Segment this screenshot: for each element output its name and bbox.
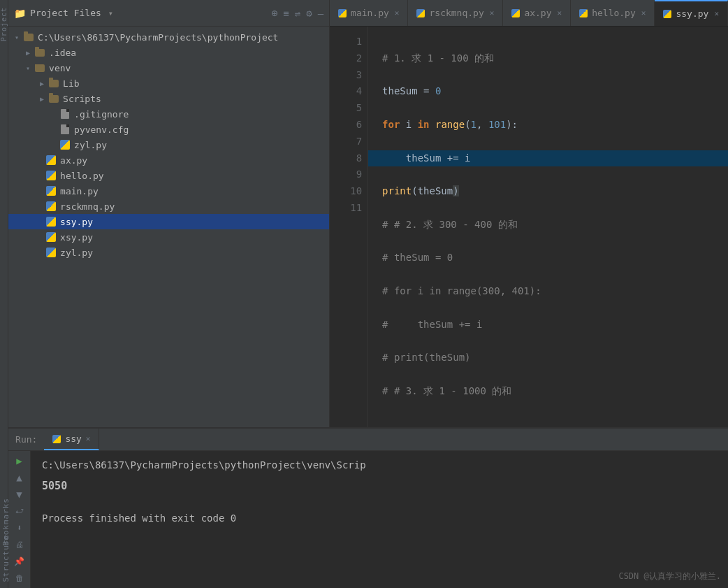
tree-item-rsckmnq[interactable]: rsckmnq.py bbox=[8, 199, 329, 214]
tab-rsckmnq[interactable]: rsckmnq.py ✕ bbox=[408, 0, 503, 26]
rsckmnq-py-icon bbox=[45, 201, 57, 212]
tab-main[interactable]: main.py ✕ bbox=[330, 0, 408, 26]
tab-ax[interactable]: ax.py ✕ bbox=[503, 0, 571, 26]
tree-item-idea[interactable]: ▶ .idea bbox=[8, 45, 329, 60]
ssy-tab-close[interactable]: ✕ bbox=[714, 9, 719, 18]
zyl-venv-py-icon bbox=[59, 139, 71, 150]
chevron-icon[interactable]: ▾ bbox=[108, 8, 113, 18]
scripts-arrow: ▶ bbox=[36, 95, 48, 103]
code-line-11: # # 3. 求 1 - 1000 的和 bbox=[382, 383, 728, 400]
line-num-6: ◆ 6 bbox=[330, 117, 362, 134]
line-num-11: 11 bbox=[330, 200, 362, 217]
run-tab-close[interactable]: ✕ bbox=[86, 434, 91, 443]
main-content: 📁 Project Files ▾ ⊕ ≡ ⇌ ⚙ — ▾ bbox=[8, 0, 728, 588]
ssy-tab-label: ssy.py bbox=[676, 8, 708, 19]
tree-item-gitignore[interactable]: .gitignore bbox=[8, 106, 329, 122]
ax-tab-close[interactable]: ✕ bbox=[558, 8, 562, 17]
code-editor[interactable]: # 1. 求 1 - 100 的和 theSum = 0 for i in ra… bbox=[368, 27, 728, 427]
tab-ssy[interactable]: ssy.py ✕ bbox=[655, 0, 728, 26]
idea-label: .idea bbox=[49, 48, 76, 58]
folder-icon: 📁 bbox=[14, 8, 26, 19]
code-line-5: print(theSum) bbox=[382, 183, 728, 200]
line-num-4: 4 bbox=[330, 83, 362, 100]
ax-tab-icon bbox=[511, 9, 520, 17]
venv-arrow: ▾ bbox=[22, 64, 34, 72]
rsckmnq-tab-close[interactable]: ✕ bbox=[490, 8, 495, 17]
run-print-button[interactable]: 🖨 bbox=[11, 538, 28, 552]
run-sidebar: ▶ ▲ ▼ ⮐ ⬇ 🖨 📌 🗑 bbox=[8, 451, 31, 588]
tree-item-scripts[interactable]: ▶ Scripts bbox=[8, 91, 329, 106]
output-spacer bbox=[42, 499, 717, 510]
project-label: Project bbox=[0, 7, 8, 41]
hello-tab-close[interactable]: ✕ bbox=[641, 8, 646, 17]
run-up-button[interactable]: ▲ bbox=[11, 471, 28, 485]
line-num-1: 1 bbox=[330, 34, 362, 50]
pyvenv-icon bbox=[59, 124, 71, 135]
output-path-text: C:\Users\86137\PycharmProjects\pythonPro… bbox=[42, 459, 366, 471]
tree-item-hello[interactable]: hello.py bbox=[8, 168, 329, 183]
code-line-9: # theSum += i bbox=[382, 317, 728, 334]
hello-tab-label: hello.py bbox=[592, 8, 636, 18]
root-folder-icon bbox=[22, 31, 35, 43]
run-ssy-tab-icon bbox=[52, 435, 61, 443]
line-num-7: 7 bbox=[330, 134, 362, 150]
run-clear-button[interactable]: 🗑 bbox=[11, 571, 28, 585]
panel-actions: ⊕ ≡ ⇌ ⚙ — bbox=[271, 7, 323, 20]
run-download-button[interactable]: ⬇ bbox=[11, 521, 28, 535]
list-icon[interactable]: ≡ bbox=[283, 8, 289, 19]
file-tree: ▾ C:\Users\86137\PycharmProjects\pythonP… bbox=[8, 27, 329, 427]
collapse-icon[interactable]: — bbox=[318, 8, 323, 19]
tree-item-ssy[interactable]: ssy.py bbox=[8, 214, 329, 229]
venv-label: venv bbox=[49, 63, 71, 73]
tree-item-pyvenv[interactable]: pyvenv.cfg bbox=[8, 122, 329, 137]
run-play-button[interactable]: ▶ bbox=[11, 454, 28, 468]
sort-icon[interactable]: ⇌ bbox=[295, 8, 300, 19]
rsckmnq-tab-label: rsckmnq.py bbox=[429, 8, 483, 18]
tree-item-main[interactable]: main.py bbox=[8, 183, 329, 199]
run-tab-ssy[interactable]: ssy ✕ bbox=[44, 429, 99, 450]
output-result-text: 5050 bbox=[42, 480, 67, 492]
hello-py-icon bbox=[45, 170, 57, 181]
run-pin-button[interactable]: 📌 bbox=[11, 554, 28, 568]
hello-tab-icon bbox=[579, 9, 588, 17]
line-num-5: 5 bbox=[330, 100, 362, 117]
tab-hello[interactable]: hello.py ✕ bbox=[571, 0, 655, 26]
bottom-panel: Run: ssy ✕ ▶ ▲ ▼ ⮐ ⬇ 🖨 📌 🗑 bbox=[8, 427, 728, 588]
tree-item-xsy[interactable]: xsy.py bbox=[8, 229, 329, 245]
editor-area[interactable]: 1 2 3 4 5 ◆ 6 7 8 9 10 11 # 1. 求 1 - 100… bbox=[330, 27, 728, 427]
file-tree-panel: 📁 Project Files ▾ ⊕ ≡ ⇌ ⚙ — ▾ bbox=[8, 0, 330, 427]
run-tab-label: ssy bbox=[65, 433, 81, 444]
tree-root[interactable]: ▾ C:\Users\86137\PycharmProjects\pythonP… bbox=[8, 29, 329, 45]
hello-label: hello.py bbox=[60, 171, 104, 181]
ax-py-icon bbox=[45, 155, 57, 166]
main-tab-close[interactable]: ✕ bbox=[395, 8, 400, 17]
editor-panel: main.py ✕ rsckmnq.py ✕ ax.py ✕ hello.py … bbox=[330, 0, 728, 427]
run-output: C:\Users\86137\PycharmProjects\pythonPro… bbox=[31, 451, 728, 588]
zyl-venv-label: zyl.py bbox=[74, 140, 107, 150]
add-icon[interactable]: ⊕ bbox=[271, 7, 277, 20]
output-finish-text: Process finished with exit code 0 bbox=[42, 512, 236, 524]
zyl-py-icon bbox=[45, 247, 57, 258]
run-down-button[interactable]: ▼ bbox=[11, 487, 28, 501]
idea-arrow: ▶ bbox=[22, 49, 34, 57]
output-finish-line: Process finished with exit code 0 bbox=[42, 510, 717, 527]
tree-item-venv[interactable]: ▾ venv bbox=[8, 60, 329, 76]
settings-icon[interactable]: ⚙ bbox=[306, 8, 312, 19]
output-path-line: C:\Users\86137\PycharmProjects\pythonPro… bbox=[42, 457, 717, 474]
code-line-10: # print(theSum) bbox=[382, 350, 728, 366]
run-tabs: Run: ssy ✕ bbox=[8, 429, 728, 451]
root-path: C:\Users\86137\PycharmProjects\pythonPro… bbox=[38, 32, 278, 43]
tree-item-zyl[interactable]: zyl.py bbox=[8, 245, 329, 260]
tree-item-lib[interactable]: ▶ Lib bbox=[8, 76, 329, 91]
editor-tabs: main.py ✕ rsckmnq.py ✕ ax.py ✕ hello.py … bbox=[330, 0, 728, 27]
rsckmnq-label: rsckmnq.py bbox=[60, 201, 115, 212]
line-numbers: 1 2 3 4 5 ◆ 6 7 8 9 10 11 bbox=[330, 27, 368, 427]
main-py-icon bbox=[45, 185, 57, 196]
code-line-6: # # 2. 求 300 - 400 的和 bbox=[382, 217, 728, 234]
tree-item-zyl-venv[interactable]: zyl.py bbox=[8, 137, 329, 152]
run-wrap-button[interactable]: ⮐ bbox=[11, 504, 28, 518]
left-sidebar: Project Bookmarks Structure bbox=[0, 0, 8, 588]
panel-header: 📁 Project Files ▾ ⊕ ≡ ⇌ ⚙ — bbox=[8, 0, 329, 27]
tree-item-ax[interactable]: ax.py bbox=[8, 152, 329, 168]
ssy-label: ssy.py bbox=[60, 217, 93, 227]
